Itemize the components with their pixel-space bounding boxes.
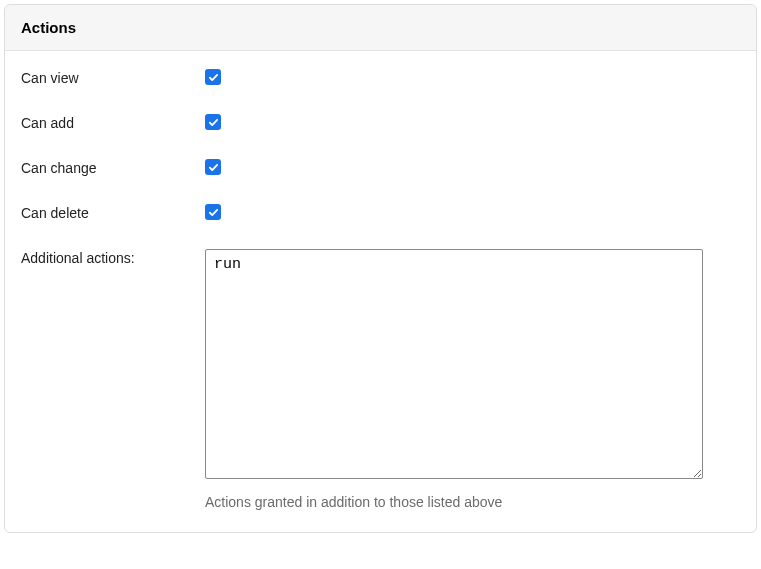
label-can-add: Can add bbox=[21, 114, 205, 131]
actions-panel: Actions Can view Can add Can change bbox=[4, 4, 757, 533]
checkbox-can-delete[interactable] bbox=[205, 204, 221, 220]
checkbox-can-add[interactable] bbox=[205, 114, 221, 130]
control-additional-actions: Actions granted in addition to those lis… bbox=[205, 249, 740, 510]
row-can-change: Can change bbox=[21, 159, 740, 176]
additional-actions-help: Actions granted in addition to those lis… bbox=[205, 494, 740, 510]
checkbox-can-view[interactable] bbox=[205, 69, 221, 85]
control-can-view bbox=[205, 69, 740, 86]
label-additional-actions: Additional actions: bbox=[21, 249, 205, 266]
additional-actions-textarea[interactable] bbox=[205, 249, 703, 479]
control-can-change bbox=[205, 159, 740, 176]
row-can-view: Can view bbox=[21, 69, 740, 86]
panel-body: Can view Can add Can change bbox=[5, 51, 756, 532]
row-can-delete: Can delete bbox=[21, 204, 740, 221]
panel-header: Actions bbox=[5, 5, 756, 51]
label-can-change: Can change bbox=[21, 159, 205, 176]
control-can-delete bbox=[205, 204, 740, 221]
row-can-add: Can add bbox=[21, 114, 740, 131]
row-additional-actions: Additional actions: Actions granted in a… bbox=[21, 249, 740, 510]
panel-title: Actions bbox=[21, 19, 740, 36]
label-can-delete: Can delete bbox=[21, 204, 205, 221]
control-can-add bbox=[205, 114, 740, 131]
label-can-view: Can view bbox=[21, 69, 205, 86]
checkbox-can-change[interactable] bbox=[205, 159, 221, 175]
